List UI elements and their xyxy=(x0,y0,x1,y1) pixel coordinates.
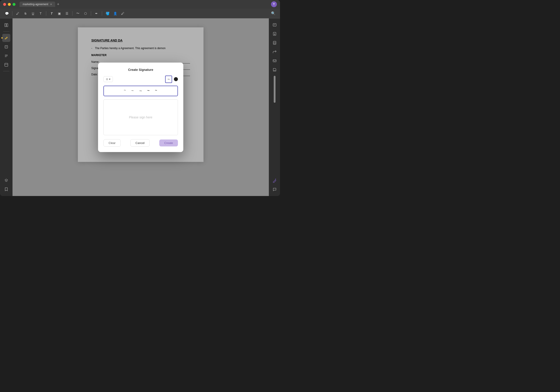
sig-style-option-3[interactable]: ~ xyxy=(137,88,144,94)
toolbar: 💬 🖊 S̶ U T T ▣ ☰ 〜 ⬡ ✒ 🪣 👤 🖋 🔍 xyxy=(0,9,280,18)
sidebar-icon-layout[interactable] xyxy=(2,61,10,69)
fill-icon[interactable]: 🪣 xyxy=(104,10,110,17)
search-icon[interactable]: 🔍 xyxy=(270,10,276,17)
clear-button[interactable]: Clear xyxy=(103,139,121,147)
modal-toolbar: ⊙ ▾ ~ xyxy=(103,76,178,83)
sig-canvas[interactable]: Please sign here xyxy=(103,99,178,135)
titlebar: marketing-agreement ✕ + T xyxy=(0,0,280,9)
tab-close-icon[interactable]: ✕ xyxy=(50,3,52,6)
sidebar-separator-2 xyxy=(3,71,10,71)
minimize-button[interactable] xyxy=(8,3,11,6)
svg-rect-8 xyxy=(5,63,8,66)
toolbar-separator-1 xyxy=(12,11,12,16)
sig-styles-row: ~ ~ ~ ~ ~ xyxy=(103,86,178,96)
right-icon-email[interactable] xyxy=(271,57,279,65)
tab-label: marketing-agreement xyxy=(23,3,48,6)
app-window: marketing-agreement ✕ + T 💬 🖊 S̶ U T T ▣… xyxy=(0,0,280,196)
text-insert-icon[interactable]: T xyxy=(38,10,44,17)
modal-overlay: Create Signature ⊙ ▾ ~ ~ xyxy=(13,18,269,196)
avatar: T xyxy=(271,1,277,7)
sidebar-bottom-icons xyxy=(2,176,10,193)
svg-rect-17 xyxy=(274,70,275,71)
sidebar-left xyxy=(0,18,13,196)
list-icon[interactable]: ☰ xyxy=(64,10,70,17)
scroll-handle[interactable] xyxy=(274,76,276,103)
sidebar-icon-highlight[interactable] xyxy=(2,34,10,42)
svg-rect-16 xyxy=(273,60,276,62)
sidebar-icon-list[interactable] xyxy=(2,52,10,60)
sig-style-option-5[interactable]: ~ xyxy=(153,88,160,94)
toolbar-separator-5 xyxy=(102,11,102,16)
right-icon-magic[interactable] xyxy=(271,177,279,184)
pen-tool-button[interactable]: ⊙ ▾ xyxy=(103,76,113,82)
right-icon-share[interactable] xyxy=(271,48,279,56)
sig-style-option-4[interactable]: ~ xyxy=(145,88,152,94)
tab-area: marketing-agreement ✕ + xyxy=(20,1,60,7)
close-button[interactable] xyxy=(3,3,6,6)
svg-rect-10 xyxy=(273,24,276,26)
underline-icon[interactable]: U xyxy=(30,10,36,17)
svg-rect-2 xyxy=(5,46,8,48)
sidebar-icon-edit[interactable] xyxy=(2,43,10,51)
create-signature-modal: Create Signature ⊙ ▾ ~ ~ xyxy=(98,63,183,152)
stamp-icon[interactable]: 🖋 xyxy=(120,10,126,17)
pen-icon: ⊙ xyxy=(106,78,108,81)
shape-icon[interactable]: ⬡ xyxy=(82,10,89,17)
svg-rect-15 xyxy=(274,42,275,44)
draw-icon[interactable]: 〜 xyxy=(75,10,81,17)
active-indicator xyxy=(1,37,3,39)
new-tab-button[interactable]: + xyxy=(56,2,60,7)
right-bottom-icons xyxy=(271,177,279,193)
sidebar-icon-panel[interactable] xyxy=(2,21,10,29)
highlight-icon[interactable]: 🖊 xyxy=(15,10,21,17)
right-icon-export[interactable] xyxy=(271,30,279,38)
comment-icon[interactable]: 💬 xyxy=(4,10,10,17)
create-button[interactable]: Create xyxy=(159,139,178,147)
sig-style-option-2[interactable]: ~ xyxy=(129,88,136,94)
sig-style-selected[interactable]: ~ xyxy=(165,76,172,83)
document-tab[interactable]: marketing-agreement ✕ xyxy=(20,1,55,7)
sidebar-icon-bookmark[interactable] xyxy=(2,185,10,193)
right-icon-ocr[interactable] xyxy=(271,21,279,29)
sig-style-option-1[interactable]: ~ xyxy=(122,88,128,94)
strikethrough-icon[interactable]: S̶ xyxy=(22,10,29,17)
text-box-icon[interactable]: ▣ xyxy=(56,10,62,17)
main-area: SIGNATURE AND DA - The Parties hereby a … xyxy=(0,18,280,196)
modal-actions: Clear Cancel Create xyxy=(103,139,178,147)
right-icon-chat[interactable] xyxy=(271,186,279,193)
sidebar-separator-1 xyxy=(3,31,10,32)
right-icon-lock[interactable] xyxy=(271,39,279,47)
person-icon[interactable]: 👤 xyxy=(112,10,118,17)
cancel-button[interactable]: Cancel xyxy=(130,139,150,147)
svg-rect-0 xyxy=(5,24,6,27)
toolbar-separator-3 xyxy=(72,11,72,16)
maximize-button[interactable] xyxy=(13,3,15,6)
right-icon-save[interactable] xyxy=(271,66,279,74)
sidebar-icon-layers[interactable] xyxy=(2,176,10,184)
document-area: SIGNATURE AND DA - The Parties hereby a … xyxy=(13,18,269,196)
modal-title: Create Signature xyxy=(103,68,178,71)
sig-placeholder: Please sign here xyxy=(129,116,152,119)
text-format-icon[interactable]: T xyxy=(49,10,55,17)
pen-dropdown-icon: ▾ xyxy=(109,78,110,81)
svg-rect-1 xyxy=(7,24,8,27)
sidebar-right xyxy=(269,18,280,196)
svg-rect-14 xyxy=(273,41,276,44)
sig-dot-style[interactable] xyxy=(174,77,178,81)
pen-tool-icon[interactable]: ✒ xyxy=(93,10,100,17)
